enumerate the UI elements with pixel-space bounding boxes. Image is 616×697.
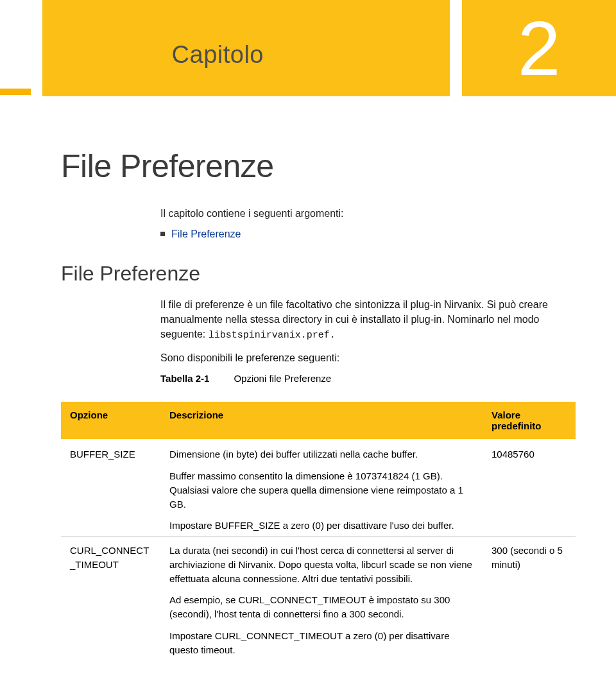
cell-option: CURL_CONNECT_TIMEOUT xyxy=(61,537,160,661)
cell-option: BUFFER_SIZE xyxy=(61,440,160,537)
chapter-banner: Capitolo 2 xyxy=(0,0,616,122)
col-header-option: Opzione xyxy=(61,402,160,440)
body-p1-code: libstspinirvanix.pref. xyxy=(209,330,336,341)
bullet-icon xyxy=(160,232,165,236)
col-header-description: Descrizione xyxy=(160,402,483,440)
intro-bullet-row: File Preferenze xyxy=(160,228,576,240)
table-caption-label: Tabella 2-1 xyxy=(160,373,209,384)
body-paragraph-1: Il file di preferenze è un file facoltat… xyxy=(160,297,576,343)
intro-lead: Il capitolo contiene i seguenti argoment… xyxy=(160,208,576,219)
cell-description: Dimensione (in byte) dei buffer utilizza… xyxy=(160,440,483,537)
cell-default: 300 (secondi o 5 minuti) xyxy=(483,537,576,661)
intro-block: Il capitolo contiene i seguenti argoment… xyxy=(160,208,576,240)
cell-description: La durata (nei secondi) in cui l'host ce… xyxy=(160,537,483,661)
desc-line: La durata (nei secondi) in cui l'host ce… xyxy=(169,544,474,585)
desc-line: Ad esempio, se CURL_CONNECT_TIMEOUT è im… xyxy=(169,593,474,621)
banner-number-box: 2 xyxy=(462,0,616,96)
table-header-row: Opzione Descrizione Valore predefinito xyxy=(61,402,576,440)
section-body: Il file di preferenze è un file facoltat… xyxy=(160,297,576,384)
desc-line: Dimensione (in byte) dei buffer utilizza… xyxy=(169,447,474,461)
chapter-label: Capitolo xyxy=(172,41,264,69)
cell-default: 10485760 xyxy=(483,440,576,537)
banner-main: Capitolo xyxy=(42,0,450,96)
table-caption-text: Opzioni file Preferenze xyxy=(234,373,331,384)
table-row: CURL_CONNECT_TIMEOUT La durata (nei seco… xyxy=(61,537,576,661)
desc-line: Impostare BUFFER_SIZE a zero (0) per dis… xyxy=(169,519,474,533)
cell-option-text: CURL_CONNECT_TIMEOUT xyxy=(70,544,151,572)
table-caption: Tabella 2-1 Opzioni file Preferenze xyxy=(160,373,576,384)
desc-line: Impostare CURL_CONNECT_TIMEOUT a zero (0… xyxy=(169,629,474,657)
desc-line: Buffer massimo consentito la dimensione … xyxy=(169,469,474,511)
preferences-table: Opzione Descrizione Valore predefinito B… xyxy=(61,402,576,660)
banner-accent-left xyxy=(0,89,31,95)
page-content: File Preferenze Il capitolo contiene i s… xyxy=(0,122,616,660)
body-paragraph-2: Sono disponibili le preferenze seguenti: xyxy=(160,350,576,365)
table-row: BUFFER_SIZE Dimensione (in byte) dei buf… xyxy=(61,440,576,537)
page-title: File Preferenze xyxy=(61,148,576,185)
col-header-default: Valore predefinito xyxy=(483,402,576,440)
chapter-number: 2 xyxy=(518,10,561,87)
intro-bullet-link[interactable]: File Preferenze xyxy=(171,228,241,240)
section-heading: File Preferenze xyxy=(61,262,576,286)
